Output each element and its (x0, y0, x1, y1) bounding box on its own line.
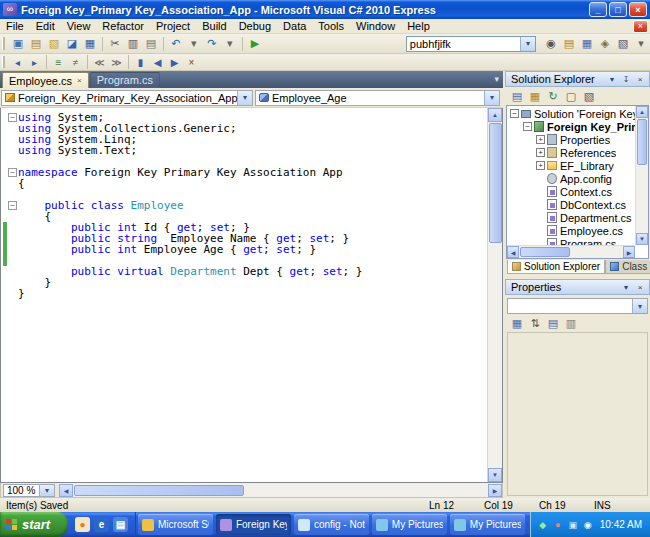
auto-hide-pin-icon[interactable]: ↧ (619, 73, 633, 86)
undo-dropdown-icon[interactable]: ▾ (185, 35, 203, 52)
tree-expand-icon[interactable]: + (536, 148, 545, 157)
horizontal-scrollbar[interactable]: ◀ ▶ (507, 245, 635, 258)
tree-item-references[interactable]: +References (508, 146, 635, 159)
scroll-down-icon[interactable]: ▼ (488, 468, 502, 482)
chevron-down-icon[interactable]: ▾ (39, 485, 54, 496)
close-icon[interactable]: × (633, 281, 647, 294)
toggle-bookmark-icon[interactable]: ▮ (132, 55, 149, 70)
save-icon[interactable]: ◪ (63, 35, 81, 52)
menu-item-file[interactable]: File (0, 19, 30, 34)
code-line[interactable]: −namespace Foreign_Key_Primary_Key_Assoc… (1, 167, 486, 178)
toolbar-grip[interactable] (2, 56, 5, 67)
tree-item-properties[interactable]: +Properties (508, 133, 635, 146)
view-code-icon[interactable]: ▢ (562, 88, 580, 105)
refresh-icon[interactable]: ↻ (544, 88, 562, 105)
minimize-button[interactable]: _ (589, 2, 607, 17)
scrollbar-thumb[interactable] (637, 119, 647, 165)
types-dropdown[interactable]: Foreign_Key_Primary_Key_Association_App.… (1, 90, 253, 106)
tab-program-cs[interactable]: Program.cs (90, 72, 160, 88)
code-line[interactable]: − public class Employee (1, 200, 486, 211)
object-browser-icon[interactable]: ◈ (596, 35, 614, 52)
taskbar-button-microsoft-sql-s[interactable]: Microsoft SQL S... (138, 514, 213, 535)
save-all-icon[interactable]: ▦ (81, 35, 99, 52)
tree-item-context-cs[interactable]: Context.cs (508, 185, 635, 198)
chevron-down-icon[interactable]: ▾ (237, 91, 252, 105)
fold-collapse-icon[interactable]: − (8, 113, 17, 122)
window-position-icon[interactable]: ▾ (619, 281, 633, 294)
properties-object-dropdown[interactable]: ▾ (507, 298, 648, 314)
taskbar-button-foreign-key-pr[interactable]: Foreign Key_Pr... (216, 514, 291, 535)
horizontal-scrollbar[interactable]: ◀ ▶ (59, 483, 502, 497)
vertical-scrollbar[interactable]: ▲ ▼ (635, 106, 648, 245)
solution-explorer-icon[interactable]: ▤ (560, 35, 578, 52)
tray-antivirus-icon[interactable]: ● (552, 519, 564, 531)
code-line[interactable]: −using System; (1, 112, 486, 123)
tree-item-solution-foreign-key-primary-key-ass[interactable]: −Solution 'Foreign Key_Primary Key_Ass (508, 107, 635, 120)
code-line[interactable]: public int Id { get; set; } (1, 222, 486, 233)
menu-item-build[interactable]: Build (196, 19, 232, 34)
chevron-down-icon[interactable]: ▾ (484, 91, 499, 105)
tab-employee-cs[interactable]: Employee.cs× (2, 72, 89, 88)
zoom-level-dropdown[interactable]: 100 % ▾ (3, 484, 55, 497)
increase-indent-icon[interactable]: ≫ (108, 55, 125, 70)
toolbar-search-combobox[interactable]: pubhfjifk ▾ (406, 36, 536, 52)
document-close-icon[interactable]: × (633, 20, 648, 33)
menu-item-project[interactable]: Project (150, 19, 196, 34)
code-line[interactable]: public virtual Department Dept { get; se… (1, 266, 486, 277)
tab-close-icon[interactable]: × (77, 76, 82, 85)
quick-launch-show-desktop-icon[interactable]: ▤ (113, 517, 128, 532)
properties-window-icon[interactable]: ▦ (578, 35, 596, 52)
code-line[interactable]: using System.Linq; (1, 134, 486, 145)
scroll-right-icon[interactable]: ▶ (488, 484, 502, 497)
alphabetical-icon[interactable]: ⇅ (526, 315, 544, 332)
next-bookmark-icon[interactable]: ▶ (166, 55, 183, 70)
comment-selection-icon[interactable]: ≡ (50, 55, 67, 70)
properties-icon[interactable]: ▤ (508, 88, 526, 105)
start-button[interactable]: start (0, 512, 68, 537)
chevron-down-icon[interactable]: ▾ (632, 299, 647, 313)
scroll-down-icon[interactable]: ▼ (636, 233, 648, 245)
close-button[interactable]: × (629, 2, 647, 17)
view-designer-icon[interactable]: ▧ (580, 88, 598, 105)
tray-shield-icon[interactable]: ◆ (537, 519, 549, 531)
window-position-icon[interactable]: ▾ (605, 73, 619, 86)
code-line[interactable]: { (1, 211, 486, 222)
taskbar-clock[interactable]: 10:42 AM (600, 519, 642, 530)
menu-item-tools[interactable]: Tools (312, 19, 350, 34)
code-line[interactable] (1, 156, 486, 167)
find-icon[interactable]: ◉ (542, 35, 560, 52)
toolbar-grip[interactable] (2, 37, 5, 50)
scroll-left-icon[interactable]: ◀ (507, 246, 519, 258)
scroll-up-icon[interactable]: ▲ (636, 106, 648, 118)
maximize-button[interactable]: □ (609, 2, 627, 17)
clear-bookmarks-icon[interactable]: × (183, 55, 200, 70)
properties-header[interactable]: Properties ▾ × (505, 279, 650, 295)
tree-item-ef-library[interactable]: +EF_Library (508, 159, 635, 172)
chevron-down-icon[interactable]: ▾ (520, 37, 535, 51)
menu-item-debug[interactable]: Debug (233, 19, 277, 34)
close-icon[interactable]: × (633, 73, 647, 86)
code-line[interactable]: } (1, 288, 486, 299)
property-pages-icon[interactable]: ▥ (562, 315, 580, 332)
code-line[interactable]: public string Employee_Name { get; set; … (1, 233, 486, 244)
tree-expand-icon[interactable]: + (536, 161, 545, 170)
uncomment-selection-icon[interactable]: ≠ (67, 55, 84, 70)
redo-dropdown-icon[interactable]: ▾ (221, 35, 239, 52)
scroll-up-icon[interactable]: ▲ (488, 108, 502, 122)
navigate-backward-icon[interactable]: ◂ (9, 55, 26, 70)
menu-item-view[interactable]: View (61, 19, 97, 34)
new-project-icon[interactable]: ▣ (9, 35, 27, 52)
code-line[interactable]: { (1, 178, 486, 189)
scrollbar-thumb[interactable] (489, 123, 502, 243)
tree-item-foreign-key-primary-key-ass[interactable]: −Foreign Key_Primary Key_Ass (508, 120, 635, 133)
menu-item-refactor[interactable]: Refactor (96, 19, 150, 34)
menu-item-edit[interactable]: Edit (30, 19, 61, 34)
tab-class-view[interactable]: Class View (605, 260, 650, 274)
scroll-left-icon[interactable]: ◀ (59, 484, 73, 497)
redo-icon[interactable]: ↷ (203, 35, 221, 52)
tray-volume-icon[interactable]: ◉ (582, 519, 594, 531)
taskbar-button-my-pictures[interactable]: My Pictures (450, 514, 525, 535)
tree-item-program-cs[interactable]: Program.cs (508, 237, 635, 245)
tray-network-icon[interactable]: ▣ (567, 519, 579, 531)
tree-collapse-icon[interactable]: − (523, 122, 532, 131)
